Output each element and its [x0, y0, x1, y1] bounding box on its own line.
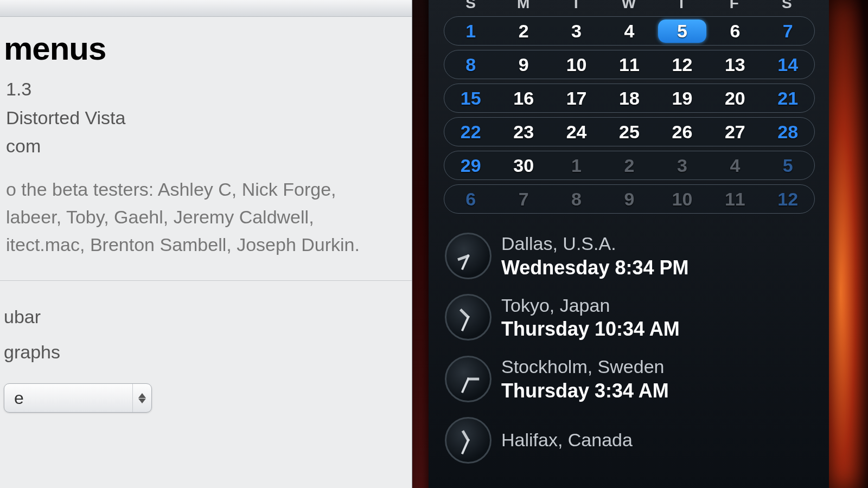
version-text: 1.3: [6, 75, 395, 104]
calendar-week-row: 6789101112: [444, 184, 815, 214]
calendar-day-cell[interactable]: 18: [603, 88, 655, 109]
calendar-day-cell[interactable]: 5: [762, 155, 814, 176]
calendar-day-cell[interactable]: 30: [497, 155, 550, 176]
calendar-day-cell[interactable]: 20: [709, 88, 761, 109]
calendar-day-cell[interactable]: 13: [709, 54, 761, 75]
calendar-day-cell[interactable]: 8: [550, 189, 603, 210]
calendar-day-cell[interactable]: 10: [550, 54, 603, 75]
preferences-about-pane: menus 1.3 Distorted Vista com o the beta…: [0, 17, 412, 264]
calendar-day-cell[interactable]: 9: [497, 54, 550, 75]
calendar-day-cell[interactable]: 23: [497, 121, 550, 143]
clock-time: Thursday 10:34 AM: [501, 317, 680, 341]
calendar-day-cell[interactable]: 9: [603, 189, 655, 210]
calendar-day-cell[interactable]: 1: [444, 21, 497, 42]
world-clock-row[interactable]: Tokyo, JapanThursday 10:34 AM: [442, 290, 817, 351]
option-label: graphs: [4, 335, 395, 370]
calendar-grid: 1234567891011121314151617181920212223242…: [444, 16, 815, 214]
calendar-day-cell[interactable]: 22: [444, 121, 497, 143]
calendar-day-cell[interactable]: 16: [497, 88, 550, 109]
calendar-day-cell[interactable]: 19: [656, 88, 709, 109]
contact-text: com: [6, 132, 395, 160]
calendar-day-cell[interactable]: 2: [497, 21, 550, 42]
vendor-text: Distorted Vista: [6, 104, 395, 132]
calendar-day-cell[interactable]: 17: [550, 88, 603, 109]
calendar-day-cell[interactable]: 29: [444, 155, 497, 176]
preferences-options-pane: ubar graphs e: [0, 281, 412, 420]
calendar-day-cell[interactable]: 3: [656, 155, 709, 176]
clock-time: Thursday 3:34 AM: [501, 378, 669, 403]
wallpaper-fire-strip: [829, 0, 868, 488]
calendar-day-cell[interactable]: 11: [709, 189, 761, 210]
clock-location: Halifax, Canada: [501, 428, 633, 452]
calendar-day-cell[interactable]: 10: [656, 189, 709, 210]
clock-location: Stockholm, Sweden: [501, 355, 669, 378]
clock-text: Stockholm, SwedenThursday 3:34 AM: [501, 355, 669, 403]
calendar-day-cell[interactable]: 4: [603, 21, 655, 42]
preferences-title: menus: [4, 30, 395, 67]
clock-location: Dallas, U.S.A.: [501, 232, 688, 255]
calendar-week-row: 891011121314: [444, 50, 815, 79]
calendar-day-cell[interactable]: 25: [603, 121, 655, 143]
calendar-day-name: W: [603, 0, 655, 12]
stepper-chevrons-icon: [132, 384, 146, 412]
calendar-day-cell[interactable]: 6: [444, 189, 497, 210]
clock-location: Tokyo, Japan: [501, 294, 680, 317]
clock-face-icon: [445, 417, 492, 464]
calendar-day-cell[interactable]: 3: [550, 21, 603, 42]
clock-text: Tokyo, JapanThursday 10:34 AM: [501, 294, 680, 342]
calendar-day-cell[interactable]: 27: [709, 121, 761, 143]
calendar-day-cell[interactable]: 28: [762, 121, 814, 143]
calendar-week-row: 15161718192021: [444, 84, 815, 113]
dropdown-select[interactable]: e: [4, 383, 152, 413]
calendar-week-row: 293012345: [444, 151, 815, 180]
calendar-day-cell[interactable]: 2: [603, 155, 655, 176]
clock-text: Dallas, U.S.A.Wednesday 8:34 PM: [501, 232, 688, 280]
clock-time: Wednesday 8:34 PM: [501, 255, 688, 280]
preferences-window: menus 1.3 Distorted Vista com o the beta…: [0, 0, 412, 488]
world-clocks-list: Dallas, U.S.A.Wednesday 8:34 PMTokyo, Ja…: [438, 228, 820, 473]
calendar-day-name: T: [656, 0, 709, 12]
widget-sidebar: SMTWTFS 12345678910111213141516171819202…: [429, 0, 830, 488]
calendar-day-cell[interactable]: 24: [550, 121, 603, 143]
world-clock-row[interactable]: Dallas, U.S.A.Wednesday 8:34 PM: [442, 228, 817, 290]
calendar-week-row: 1234567: [444, 16, 815, 46]
calendar-day-cell[interactable]: 7: [497, 189, 550, 210]
dropdown-value: e: [14, 382, 132, 415]
credits-block: o the beta testers: Ashley C, Nick Forge…: [4, 176, 395, 259]
calendar-day-name: F: [709, 0, 761, 12]
calendar-day-cell[interactable]: 6: [709, 21, 761, 42]
world-clock-row[interactable]: Stockholm, SwedenThursday 3:34 AM: [442, 351, 817, 413]
calendar-day-cell[interactable]: 12: [762, 189, 814, 210]
credits-line: o the beta testers: Ashley C, Nick Forge…: [6, 176, 395, 203]
calendar-day-cell[interactable]: 4: [709, 155, 761, 176]
calendar-day-cell[interactable]: 12: [656, 54, 709, 75]
clock-face-icon: [445, 233, 492, 279]
calendar-week-row: 22232425262728: [444, 117, 815, 146]
calendar-day-names: SMTWTFS: [445, 0, 814, 12]
calendar-day-name: S: [445, 0, 497, 12]
clock-face-icon: [445, 294, 492, 341]
calendar-day-cell[interactable]: 11: [603, 54, 655, 75]
option-label: ubar: [4, 299, 395, 335]
calendar-day-cell[interactable]: 1: [550, 155, 603, 176]
clock-face-icon: [445, 356, 492, 402]
calendar-day-cell[interactable]: 7: [762, 21, 814, 42]
calendar-day-cell[interactable]: 14: [762, 54, 814, 75]
preferences-toolbar: [0, 0, 412, 17]
credits-line: itect.mac, Brenton Sambell, Joseph Durki…: [6, 231, 395, 259]
calendar-day-name: T: [550, 0, 603, 12]
calendar-day-name: M: [497, 0, 550, 12]
world-clock-row[interactable]: Halifax, Canada: [442, 413, 817, 473]
credits-line: labeer, Toby, Gaehl, Jeremy Caldwell,: [6, 203, 395, 231]
calendar-day-cell[interactable]: 26: [656, 121, 709, 143]
preferences-meta: 1.3 Distorted Vista com: [4, 75, 395, 160]
calendar-day-name: S: [761, 0, 814, 12]
clock-text: Halifax, Canada: [501, 428, 633, 452]
calendar-day-cell[interactable]: 5: [658, 20, 706, 43]
calendar-day-cell[interactable]: 21: [762, 88, 814, 109]
calendar-day-cell[interactable]: 15: [444, 88, 497, 109]
calendar-day-cell[interactable]: 8: [444, 54, 497, 75]
